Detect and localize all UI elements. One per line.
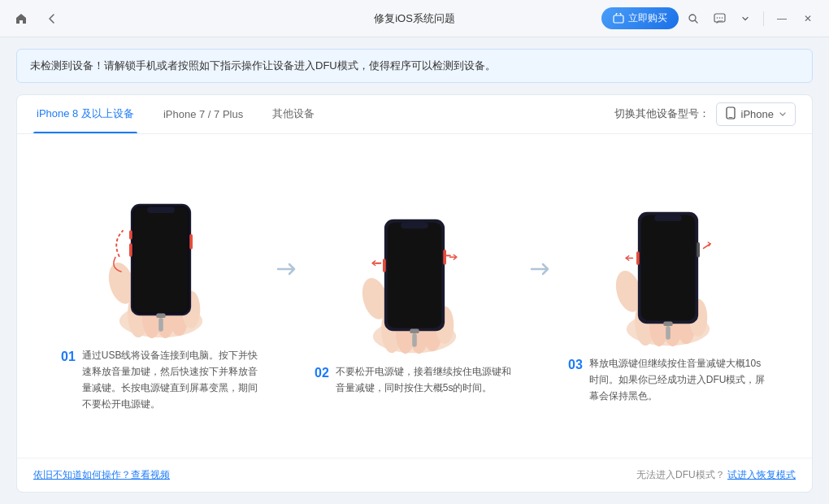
bottom-right: 无法进入DFU模式？ 试进入恢复模式 [636,468,796,482]
step-1-num: 01 [61,348,76,366]
step-3-desc: 释放电源键但继续按住音量减键大概10s时间。如果你已经成功进入DFU模式，屏幕会… [589,356,768,404]
svg-rect-21 [189,234,193,250]
phones-row: 01 通过USB线将设备连接到电脑。按下并快速释放音量加键，然后快速按下并释放音… [33,142,796,450]
svg-rect-7 [728,117,732,118]
svg-rect-34 [383,259,386,273]
window-title: 修复iOS系统问题 [374,11,455,26]
svg-rect-17 [134,206,189,312]
svg-rect-0 [614,15,623,23]
steps-area: 01 通过USB线将设备连接到电脑。按下并快速释放音量加键，然后快速按下并释放音… [17,134,812,458]
chevron-button[interactable] [734,7,757,30]
content-bottom-bar: 依旧不知道如何操作？查看视频 无法进入DFU模式？ 试进入恢复模式 [17,458,812,492]
svg-point-1 [689,15,696,21]
svg-rect-23 [158,318,163,332]
warning-text: 未检测到设备！请解锁手机或者按照如下指示操作让设备进入DFU模式，使得程序可以检… [30,59,496,72]
svg-rect-32 [388,223,442,328]
phone-icon [725,106,736,122]
svg-rect-18 [147,206,174,212]
device-type-label: iPhone [741,108,774,120]
device-selector-label: 切换其他设备型号： [614,106,710,121]
svg-rect-49 [697,242,700,258]
svg-point-3 [716,17,718,19]
recovery-link[interactable]: 试进入恢复模式 [727,469,796,480]
svg-rect-19 [129,230,132,239]
step-1-text: 01 通过USB线将设备连接到电脑。按下并快速释放音量加键，然后快速按下并释放音… [51,341,271,412]
tab-other[interactable]: 其他设备 [269,94,318,133]
svg-rect-35 [443,250,446,265]
tab-iphone8[interactable]: iPhone 8 及以上设备 [33,94,137,133]
step-2-text: 02 不要松开电源键，接着继续按住电源键和音量减键，同时按住大概5s的时间。 [305,358,524,397]
buy-button[interactable]: 立即购买 [601,7,679,29]
step-3-illustration [595,187,741,350]
step-1: 01 通过USB线将设备连接到电脑。按下并快速释放音量加键，然后快速按下并释放音… [39,179,283,412]
svg-rect-46 [641,215,696,320]
svg-rect-37 [412,334,417,348]
dfu-hint-text: 无法进入DFU模式？ [636,469,725,480]
title-bar: 修复iOS系统问题 立即购买 [0,0,829,37]
home-button[interactable] [10,7,33,30]
step-2-num: 02 [315,364,329,382]
step-1-desc: 通过USB线将设备连接到电脑。按下并快速释放音量加键，然后快速按下并释放音量减键… [82,348,261,412]
svg-rect-51 [666,326,671,340]
step-2-illustration [341,195,488,358]
chevron-down-icon [779,108,787,120]
svg-rect-20 [129,243,132,257]
title-bar-left [10,7,63,30]
close-button[interactable]: ✕ [796,7,819,30]
content-area: iPhone 8 及以上设备 iPhone 7 / 7 Plus 其他设备 切换… [16,94,813,493]
svg-point-4 [718,17,720,19]
title-bar-right: 立即购买 — ✕ [601,7,819,30]
svg-rect-47 [654,215,681,220]
search-button[interactable] [682,7,705,30]
svg-rect-6 [727,107,735,119]
step-3-text: 03 释放电源键但继续按住音量减键大概10s时间。如果你已经成功进入DFU模式，… [558,350,778,404]
svg-rect-50 [663,321,672,326]
warning-bar: 未检测到设备！请解锁手机或者按照如下指示操作让设备进入DFU模式，使得程序可以检… [16,49,813,83]
svg-rect-22 [156,313,165,318]
device-type-dropdown[interactable]: iPhone [716,102,796,126]
tabs-row: iPhone 8 及以上设备 iPhone 7 / 7 Plus 其他设备 切换… [17,95,812,134]
svg-point-5 [721,17,723,19]
tab-iphone7[interactable]: iPhone 7 / 7 Plus [160,94,246,133]
help-link[interactable]: 依旧不知道如何操作？查看视频 [33,468,170,482]
step-3: 03 释放电源键但继续按住音量减键大概10s时间。如果你已经成功进入DFU模式，… [546,187,790,404]
svg-rect-36 [410,329,419,334]
back-button[interactable] [41,7,63,30]
step-1-illustration [88,179,234,341]
main-content: 未检测到设备！请解锁手机或者按照如下指示操作让设备进入DFU模式，使得程序可以检… [0,37,829,504]
svg-rect-33 [401,223,428,228]
minimize-button[interactable]: — [770,7,793,30]
step-2: 02 不要松开电源键，接着继续按住电源键和音量减键，同时按住大概5s的时间。 [293,195,536,397]
svg-rect-48 [636,251,640,265]
chat-button[interactable] [708,7,731,30]
step-2-desc: 不要松开电源键，接着继续按住电源键和音量减键，同时按住大概5s的时间。 [336,364,514,397]
step-3-num: 03 [568,356,583,374]
device-selector-area: 切换其他设备型号： iPhone [614,102,796,126]
